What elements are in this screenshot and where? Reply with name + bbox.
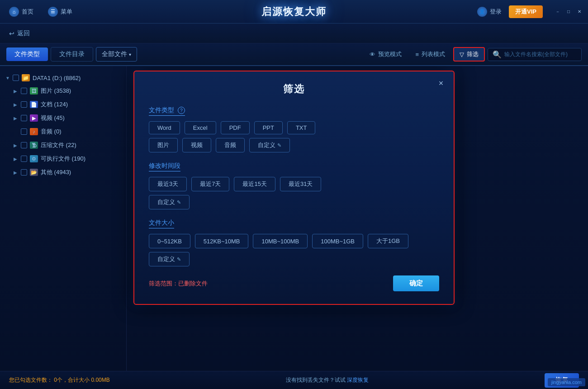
watermark: jingyanla.com: [548, 378, 585, 386]
list-mode-button[interactable]: ≡ 列表模式: [410, 48, 450, 61]
menu-nav-label: 菜单: [61, 8, 72, 16]
help-icon[interactable]: ?: [178, 107, 185, 114]
time-section: 修改时间段 最近3天 最近7天 最近15天 最近31天 自定义 ✎: [149, 161, 439, 209]
deep-recover-link[interactable]: 深度恢复: [347, 377, 369, 383]
filter-txt-button[interactable]: TXT: [287, 121, 316, 134]
content-panel: × 筛选 文件类型 ? Word Excel PDF PPT TXT: [127, 66, 588, 371]
home-nav-button[interactable]: ⌂ 首页: [5, 5, 37, 19]
back-bar: ↩ 返回: [0, 24, 588, 43]
main-area: ▼ 📁 DATA1 (D:) (8862) ▶ 🖼 图片 (3538) ▶ 📄 …: [0, 66, 588, 371]
size-section: 文件大小 0~512KB 512KB~10MB 10MB~100MB 100MB…: [149, 218, 439, 266]
modal-title: 筛选: [149, 82, 439, 96]
search-input[interactable]: [504, 51, 577, 57]
edit-icon: ✎: [177, 256, 181, 262]
home-nav-label: 首页: [22, 8, 33, 16]
filter-size-gt1gb[interactable]: 大于1GB: [368, 234, 408, 248]
filter-video-button[interactable]: 视频: [182, 138, 211, 152]
chevron-down-icon: ▾: [129, 52, 131, 57]
menu-nav-button[interactable]: ☰ 菜单: [44, 5, 76, 19]
modal-close-button[interactable]: ×: [436, 78, 446, 89]
filter-3days-button[interactable]: 最近3天: [149, 177, 187, 191]
vip-button[interactable]: 开通VIP: [509, 5, 543, 18]
filter-audio-button[interactable]: 音频: [216, 138, 245, 152]
filter-ppt-button[interactable]: PPT: [254, 121, 283, 134]
search-icon: 🔍: [493, 50, 502, 59]
edit-icon: ✎: [177, 199, 181, 205]
tab-all-files[interactable]: 全部文件 ▾: [96, 47, 137, 62]
menu-icon: ☰: [48, 7, 58, 17]
files-count: 0个，合计大小 0.00MB: [54, 377, 109, 383]
hint-text: 没有找到丢失文件？试试: [286, 377, 346, 383]
all-files-label: 全部文件: [102, 50, 127, 58]
filter-size-100mb[interactable]: 10MB~100MB: [253, 234, 308, 248]
tab-file-type[interactable]: 文件类型: [6, 47, 48, 61]
app-title: 启源恢复大师: [261, 5, 327, 19]
filter-15days-button[interactable]: 最近15天: [234, 177, 275, 191]
list-mode-label: 列表模式: [422, 50, 445, 58]
size-section-label: 文件大小: [149, 219, 174, 228]
filter-7days-button[interactable]: 最近7天: [191, 177, 229, 191]
status-center: 没有找到丢失文件？试试 深度恢复: [110, 376, 545, 384]
filter-custom-size-button[interactable]: 自定义 ✎: [149, 252, 190, 266]
filter-size-512kb[interactable]: 0~512KB: [149, 234, 190, 248]
filter-label: 筛选: [467, 50, 479, 58]
time-buttons: 最近3天 最近7天 最近15天 最近31天: [149, 177, 439, 191]
window-controls: － □ ✕: [555, 9, 583, 15]
filter-pdf-button[interactable]: PDF: [221, 121, 250, 134]
time-section-label: 修改时间段: [149, 162, 180, 171]
search-box[interactable]: 🔍: [488, 48, 582, 61]
maximize-button[interactable]: □: [565, 9, 572, 15]
filter-image-button[interactable]: 图片: [149, 138, 178, 152]
login-button[interactable]: 👤 登录: [477, 7, 502, 17]
title-bar-left: ⌂ 首页 ☰ 菜单: [5, 5, 76, 19]
modal-footer: 筛选范围：已删除文件 确定: [149, 275, 439, 291]
size-custom-row: 自定义 ✎: [149, 252, 439, 266]
edit-icon: ✎: [277, 142, 281, 148]
file-type-section-label: 文件类型 ?: [149, 106, 185, 116]
preview-mode-label: 预览模式: [378, 50, 402, 58]
tab-file-dir[interactable]: 文件目录: [51, 47, 93, 62]
back-arrow-icon: ↩: [9, 30, 14, 37]
filter-31days-button[interactable]: 最近31天: [280, 177, 321, 191]
login-label: 登录: [490, 8, 502, 16]
filter-scope-label: 筛选范围：已删除文件: [149, 280, 208, 288]
title-bar: ⌂ 首页 ☰ 菜单 启源恢复大师 👤 登录 开通VIP － □ ✕: [0, 0, 588, 24]
filter-size-1gb[interactable]: 100MB~1GB: [312, 234, 363, 248]
filter-dialog: × 筛选 文件类型 ? Word Excel PDF PPT TXT: [133, 71, 455, 305]
back-button[interactable]: ↩ 返回: [9, 29, 30, 38]
file-type-section: 文件类型 ? Word Excel PDF PPT TXT 图片 视频 音频: [149, 106, 439, 152]
filter-icon: ▽: [460, 51, 464, 58]
file-type-buttons-row2: 图片 视频 音频 自定义 ✎: [149, 138, 439, 152]
filter-word-button[interactable]: Word: [149, 121, 180, 134]
minimize-button[interactable]: －: [555, 9, 561, 15]
status-bar: 您已勾选文件数： 0个，合计大小 0.00MB 没有找到丢失文件？试试 深度恢复…: [0, 371, 588, 389]
filter-size-10mb[interactable]: 512KB~10MB: [195, 234, 249, 248]
close-window-button[interactable]: ✕: [576, 9, 583, 15]
filter-custom-type-button[interactable]: 自定义 ✎: [249, 138, 290, 152]
file-type-buttons: Word Excel PDF PPT TXT: [149, 121, 439, 134]
modal-overlay: × 筛选 文件类型 ? Word Excel PDF PPT TXT: [0, 66, 588, 371]
filter-button[interactable]: ▽ 筛选: [453, 47, 485, 62]
list-icon: ≡: [415, 51, 419, 58]
toolbar: 文件类型 文件目录 全部文件 ▾ 👁 预览模式 ≡ 列表模式 ▽ 筛选 🔍: [0, 43, 588, 66]
files-count-label: 您已勾选文件数：: [9, 377, 52, 383]
title-bar-right: 👤 登录 开通VIP － □ ✕: [477, 5, 583, 18]
user-icon: 👤: [477, 7, 487, 17]
time-custom-row: 自定义 ✎: [149, 195, 439, 209]
eye-icon: 👁: [370, 51, 375, 58]
confirm-button[interactable]: 确定: [393, 275, 439, 291]
filter-custom-time-button[interactable]: 自定义 ✎: [149, 195, 190, 209]
preview-mode-button[interactable]: 👁 预览模式: [364, 48, 407, 61]
back-label: 返回: [17, 29, 30, 38]
filter-excel-button[interactable]: Excel: [185, 121, 216, 134]
size-buttons: 0~512KB 512KB~10MB 10MB~100MB 100MB~1GB …: [149, 234, 439, 248]
status-left: 您已勾选文件数： 0个，合计大小 0.00MB: [9, 376, 110, 384]
home-icon: ⌂: [9, 7, 19, 17]
